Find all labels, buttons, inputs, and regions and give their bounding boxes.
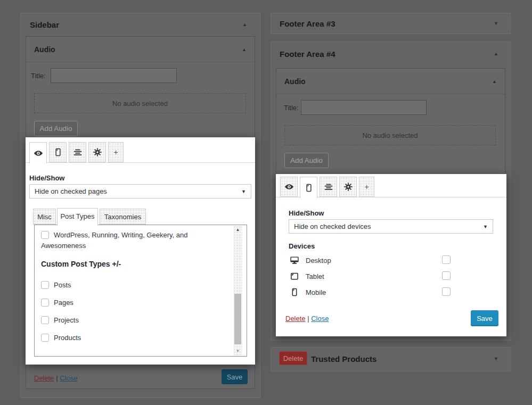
list-item[interactable]: WordPress, Running, Writing, Geekery, an… bbox=[41, 230, 228, 251]
widget-area-trusted-products[interactable]: Delete Trusted Products ▼ bbox=[271, 347, 511, 371]
tab-devices[interactable] bbox=[300, 177, 317, 198]
scrollbar[interactable]: ▲ ▼ bbox=[233, 226, 242, 356]
align-center-icon bbox=[73, 147, 83, 157]
smartphone-icon bbox=[304, 183, 314, 193]
collapse-arrow-icon[interactable]: ▼ bbox=[494, 357, 498, 361]
checkbox-desktop[interactable] bbox=[442, 255, 451, 264]
tab-visibility[interactable] bbox=[29, 142, 47, 163]
chevron-down-icon: ▼ bbox=[241, 189, 246, 194]
visibility-select[interactable]: Hide on checked pages ▼ bbox=[29, 184, 251, 199]
widget-title-input[interactable] bbox=[301, 100, 427, 115]
list-item[interactable]: Projects bbox=[41, 315, 79, 326]
checkbox-mobile[interactable] bbox=[442, 287, 451, 296]
save-widget-button[interactable]: Save bbox=[222, 369, 248, 384]
no-audio-placeholder: No audio selected bbox=[284, 125, 496, 145]
subtab-post-types[interactable]: Post Types bbox=[57, 208, 98, 226]
audio-widget-header[interactable]: Audio ▲ bbox=[276, 69, 505, 94]
scroll-down-icon[interactable]: ▼ bbox=[233, 347, 242, 356]
widget-area-title: Sidebar bbox=[30, 20, 59, 29]
checkbox[interactable] bbox=[41, 281, 49, 289]
device-row-desktop[interactable]: Desktop bbox=[290, 254, 492, 267]
smartphone-icon bbox=[53, 147, 63, 157]
checkbox-tablet[interactable] bbox=[442, 271, 451, 280]
no-audio-placeholder: No audio selected bbox=[34, 93, 246, 113]
checkbox[interactable] bbox=[41, 231, 49, 239]
widget-action-links: Delete | Close bbox=[34, 374, 77, 382]
widget-options-panel-pages: + Hide/Show Hide on checked pages ▼ Misc… bbox=[26, 137, 255, 365]
plus-icon: + bbox=[113, 148, 118, 156]
subtab-misc[interactable]: Misc bbox=[33, 209, 56, 225]
add-audio-button[interactable]: Add Audio bbox=[284, 153, 329, 168]
gear-icon bbox=[343, 182, 353, 192]
devices-label: Devices bbox=[289, 242, 315, 250]
link-separator: | bbox=[307, 315, 309, 323]
save-widget-button[interactable]: Save bbox=[471, 310, 498, 326]
tab-devices[interactable] bbox=[49, 142, 67, 162]
subtab-taxonomies[interactable]: Taxonomies bbox=[100, 209, 146, 225]
collapse-arrow-icon[interactable]: ▼ bbox=[494, 21, 498, 26]
device-row-mobile[interactable]: Mobile bbox=[290, 286, 492, 299]
tab-add-more[interactable]: + bbox=[359, 177, 374, 197]
collapse-arrow-icon[interactable]: ▲ bbox=[494, 52, 498, 56]
device-label: Tablet bbox=[306, 272, 324, 280]
gear-icon bbox=[93, 147, 102, 157]
delete-widget-link[interactable]: Delete bbox=[34, 374, 54, 382]
device-label: Desktop bbox=[306, 257, 331, 265]
plus-icon: + bbox=[364, 183, 369, 191]
list-item[interactable]: Products bbox=[41, 333, 81, 343]
visibility-select-value: Hide on checked pages bbox=[35, 187, 107, 195]
widget-area-title: Trusted Products bbox=[311, 354, 377, 363]
close-widget-link[interactable]: Close bbox=[60, 374, 77, 382]
checkbox[interactable] bbox=[41, 334, 49, 342]
desktop-icon bbox=[290, 255, 299, 265]
tab-alignment[interactable] bbox=[320, 177, 337, 197]
visibility-select[interactable]: Hide on checked devices ▼ bbox=[289, 219, 493, 234]
widget-options-panel-devices: + Hide/Show Hide on checked devices ▼ De… bbox=[276, 174, 506, 336]
visibility-select-value: Hide on checked devices bbox=[294, 222, 371, 230]
checkbox[interactable] bbox=[41, 316, 49, 324]
widget-area-title: Footer Area #4 bbox=[280, 49, 335, 59]
add-audio-button[interactable]: Add Audio bbox=[34, 121, 78, 136]
close-widget-link[interactable]: Close bbox=[311, 315, 329, 323]
mobile-icon bbox=[290, 287, 299, 297]
delete-area-button[interactable]: Delete bbox=[279, 351, 307, 365]
eye-icon bbox=[284, 182, 294, 192]
scrollbar-thumb[interactable] bbox=[234, 294, 241, 344]
custom-post-types-heading: Custom Post Types +/- bbox=[41, 260, 121, 268]
tablet-icon bbox=[290, 271, 299, 281]
device-row-tablet[interactable]: Tablet bbox=[290, 270, 492, 283]
device-label: Mobile bbox=[306, 288, 326, 296]
tab-settings[interactable] bbox=[88, 142, 106, 162]
tab-alignment[interactable] bbox=[69, 142, 86, 162]
hide-show-label: Hide/Show bbox=[289, 209, 324, 217]
tab-settings[interactable] bbox=[339, 177, 357, 197]
chevron-down-icon: ▼ bbox=[483, 224, 488, 229]
audio-widget-title: Audio bbox=[284, 77, 306, 86]
tab-add-more[interactable]: + bbox=[108, 142, 124, 162]
scroll-up-icon[interactable]: ▲ bbox=[233, 226, 242, 234]
list-item[interactable]: Posts bbox=[41, 280, 71, 291]
audio-widget-title: Audio bbox=[34, 45, 55, 54]
post-types-list: WordPress, Running, Writing, Geekery, an… bbox=[34, 225, 247, 357]
eye-icon bbox=[34, 148, 43, 158]
title-field-label: Title: bbox=[284, 104, 299, 112]
widget-area-title: Footer Area #3 bbox=[280, 19, 335, 28]
collapse-arrow-icon[interactable]: ▲ bbox=[492, 79, 497, 84]
delete-widget-link[interactable]: Delete bbox=[285, 315, 306, 323]
widget-title-input[interactable] bbox=[51, 68, 177, 83]
widget-area-footer3[interactable]: Footer Area #3 ▼ bbox=[271, 13, 511, 34]
tab-visibility[interactable] bbox=[280, 177, 298, 197]
title-field-label: Title: bbox=[31, 72, 46, 80]
hide-show-label: Hide/Show bbox=[29, 174, 64, 182]
widget-action-links: Delete | Close bbox=[285, 315, 329, 323]
link-separator: | bbox=[56, 374, 58, 382]
checkbox[interactable] bbox=[41, 299, 49, 307]
widgets-screen: Sidebar ▲ Audio ▲ Title: No audio select… bbox=[0, 0, 532, 405]
align-center-icon bbox=[324, 182, 333, 192]
audio-widget-header[interactable]: Audio ▲ bbox=[26, 37, 255, 62]
collapse-arrow-icon[interactable]: ▲ bbox=[242, 22, 247, 27]
collapse-arrow-icon[interactable]: ▲ bbox=[242, 47, 247, 52]
list-item[interactable]: Pages bbox=[41, 297, 73, 308]
